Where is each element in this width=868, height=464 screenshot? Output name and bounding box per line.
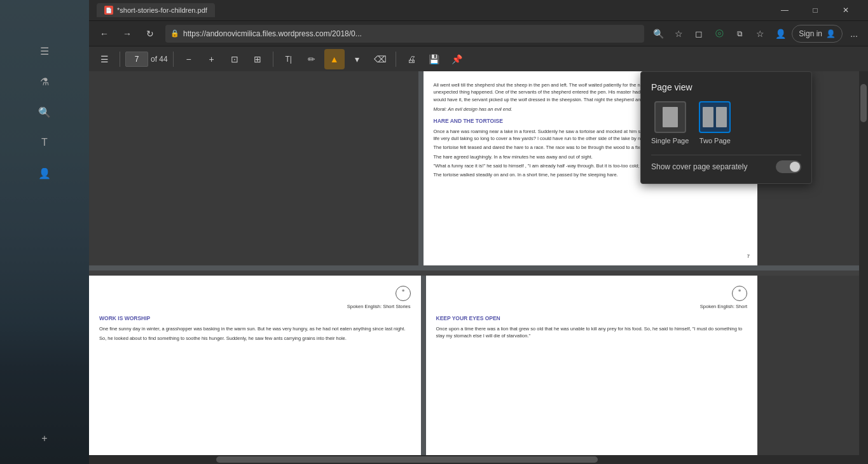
- sidebar-icon-search[interactable]: 🔍: [32, 99, 57, 125]
- sidebar-icon-avatar[interactable]: 👤: [32, 160, 57, 186]
- highlight-button[interactable]: ▲: [324, 49, 345, 69]
- tab-bar: 📄 *short-stories-for-children.pdf: [97, 3, 770, 17]
- cover-toggle[interactable]: [776, 160, 801, 173]
- two-page-label: Two Page: [699, 137, 731, 144]
- page-view-options: Single Page Two Page: [651, 101, 801, 144]
- refresh-button[interactable]: ↻: [140, 24, 160, 44]
- zoom-out-button[interactable]: −: [179, 49, 199, 69]
- close-button[interactable]: ✕: [831, 0, 860, 20]
- svg-rect-0: [663, 107, 678, 127]
- split-view-icon[interactable]: ◻: [690, 25, 708, 43]
- print-button[interactable]: 🖨: [401, 49, 422, 69]
- cover-label: Show cover page separately: [651, 162, 747, 171]
- sidebar-icon-flask[interactable]: ⚗: [32, 69, 57, 94]
- single-page-icon: [654, 101, 686, 133]
- page9-text: Once upon a time there was a lion that g…: [436, 325, 748, 340]
- page-number-input[interactable]: [125, 52, 148, 67]
- search-icon[interactable]: 🔍: [649, 25, 667, 43]
- page8-subtitle: Spoken English: Short Stories: [99, 304, 411, 311]
- sidebar-icon-translate[interactable]: T: [32, 130, 57, 155]
- more-button[interactable]: ...: [845, 25, 863, 43]
- page-total: of 44: [151, 55, 168, 64]
- back-button[interactable]: ←: [94, 24, 114, 44]
- page-view-popup: Page view Single Page: [640, 71, 812, 184]
- page9-title: KEEP YOUR EYES OPEN: [436, 315, 748, 323]
- address-text: https://andonovicmilica.files.wordpress.…: [183, 29, 639, 38]
- page-divider-v2: [421, 276, 426, 465]
- erase-button[interactable]: ⌫: [370, 49, 390, 69]
- scrollbar-thumb-v[interactable]: [860, 84, 867, 122]
- page8-text2: So, he looked about to find something to…: [99, 335, 411, 342]
- fit-page-button[interactable]: ⊡: [224, 49, 245, 69]
- popup-divider: [651, 155, 801, 155]
- collections-icon[interactable]: ⧉: [731, 25, 748, 43]
- svg-rect-2: [716, 107, 727, 127]
- pdf-content: All went well till the shepherd shut the…: [89, 71, 859, 464]
- sidebar-icon-menu[interactable]: ☰: [32, 38, 57, 64]
- save-button[interactable]: 💾: [424, 49, 444, 69]
- title-bar: 📄 *short-stories-for-children.pdf — □ ✕: [89, 0, 868, 20]
- single-page-option[interactable]: Single Page: [651, 101, 689, 144]
- page8-title: WORK IS WORSHIP: [99, 315, 411, 323]
- favorites-icon[interactable]: ☆: [670, 25, 687, 43]
- nav-icons: 🔍 ☆ ◻ ⦾ ⧉ ☆ 👤 Sign in 👤 ...: [649, 25, 863, 43]
- window-controls: — □ ✕: [770, 0, 860, 20]
- page9-logo: ⊕: [436, 286, 748, 301]
- left-sidebar: ☰ ⚗ 🔍 T 👤 +: [0, 0, 89, 464]
- page7-number: 7: [747, 253, 750, 260]
- pdf-page-dark-right2: [757, 276, 859, 465]
- scrollbar-thumb-h[interactable]: [216, 456, 598, 463]
- two-page-option[interactable]: Two Page: [699, 101, 731, 144]
- nav-bar: ← → ↻ 🔒 https://andonovicmilica.files.wo…: [89, 20, 868, 46]
- zoom-in-button[interactable]: +: [202, 49, 222, 69]
- highlight-dropdown[interactable]: ▾: [347, 49, 368, 69]
- popup-title: Page view: [651, 82, 801, 92]
- minimize-button[interactable]: —: [770, 0, 799, 20]
- two-page-icon: [699, 101, 731, 133]
- page9-subtitle: Spoken English: Short: [436, 304, 748, 311]
- pdf-toolbar: ☰ of 44 − + ⊡ ⊞ T| ✏ ▲ ▾ ⌫ 🖨 💾 📌: [89, 46, 868, 71]
- page8-logo: ⊕: [99, 286, 411, 301]
- fit-width-button[interactable]: ⊞: [247, 49, 268, 69]
- pdf-page-9: ⊕ Spoken English: Short KEEP YOUR EYES O…: [426, 276, 758, 465]
- forward-button[interactable]: →: [117, 24, 137, 44]
- tab-title: *short-stories-for-children.pdf: [117, 6, 207, 14]
- page-navigation: of 44: [125, 52, 168, 67]
- sign-in-button[interactable]: Sign in 👤: [792, 25, 843, 43]
- profile-avatar: 👤: [826, 29, 836, 38]
- scrollbar-right[interactable]: [859, 71, 868, 464]
- page-divider-v: [418, 71, 424, 265]
- text-select-button[interactable]: T|: [279, 49, 299, 69]
- pages-h-divider: [89, 271, 859, 276]
- toolbar-sep-4: [396, 52, 396, 67]
- cover-row: Show cover page separately: [651, 160, 801, 173]
- toolbar-sep-2: [173, 52, 174, 67]
- sidebar-icon-add[interactable]: +: [32, 426, 57, 451]
- svg-rect-1: [703, 107, 713, 127]
- scrollbar-bottom[interactable]: [89, 455, 859, 464]
- draw-button[interactable]: ✏: [301, 49, 322, 69]
- favorites-bar-icon[interactable]: ☆: [751, 25, 769, 43]
- maximize-button[interactable]: □: [801, 0, 830, 20]
- pdf-page-8: ⊕ Spoken English: Short Stories WORK IS …: [89, 276, 421, 465]
- sidebar-toggle-button[interactable]: ☰: [94, 49, 114, 69]
- toggle-knob: [790, 162, 800, 172]
- profile-icon[interactable]: 👤: [771, 25, 789, 43]
- active-tab[interactable]: 📄 *short-stories-for-children.pdf: [97, 3, 215, 17]
- lock-icon: 🔒: [170, 29, 179, 38]
- toolbar-sep-3: [273, 52, 273, 67]
- address-bar[interactable]: 🔒 https://andonovicmilica.files.wordpres…: [165, 25, 644, 43]
- browser-window: 📄 *short-stories-for-children.pdf — □ ✕ …: [89, 0, 868, 464]
- content-area: All went well till the shepherd shut the…: [89, 71, 868, 464]
- edge-icon[interactable]: ⦾: [710, 25, 728, 43]
- page8-text1: One fine sunny day in winter, a grasshop…: [99, 325, 411, 332]
- single-page-label: Single Page: [651, 137, 689, 144]
- pdf-page-dark-left: [89, 71, 418, 265]
- pin-button[interactable]: 📌: [447, 49, 467, 69]
- toolbar-sep-1: [120, 52, 120, 67]
- tab-pdf-icon: 📄: [104, 6, 113, 15]
